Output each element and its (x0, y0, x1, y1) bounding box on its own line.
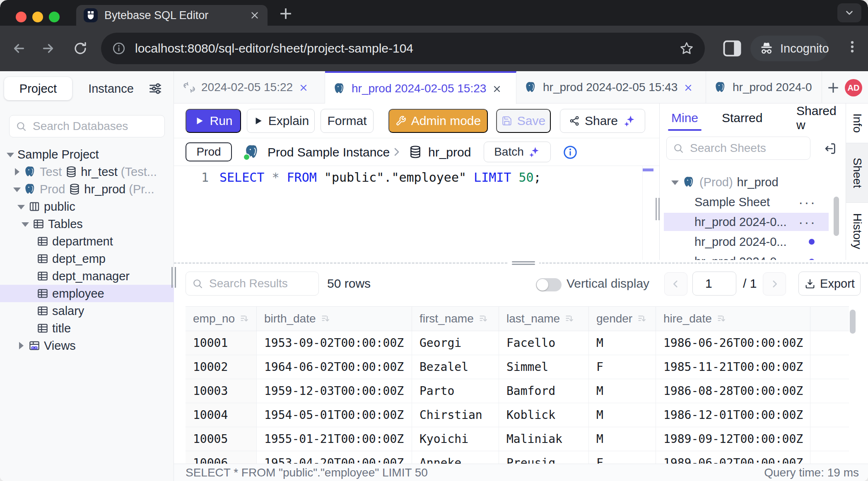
url-bar[interactable]: localhost:8080/sql-editor/sheet/project-… (101, 33, 705, 64)
table-cell[interactable]: Georgi (412, 331, 499, 355)
table-cell[interactable]: Bezalel (412, 355, 499, 379)
tree-item-tables[interactable]: Tables (0, 215, 174, 233)
share-button[interactable]: Share (560, 109, 645, 133)
table-cell[interactable]: 10006 (186, 451, 257, 464)
next-page-button[interactable] (763, 272, 786, 296)
search-sheets-input[interactable] (689, 141, 804, 155)
tree-item-dept-manager[interactable]: dept_manager (0, 267, 174, 285)
column-header-emp-no[interactable]: emp_no (186, 307, 257, 331)
table-cell[interactable]: 1954-05-01T00:00:00Z (257, 403, 412, 427)
admin-mode-button[interactable]: Admin mode (388, 109, 488, 133)
sheet-item-hr-prod-2024-0[interactable]: hr_prod 2024-0... (664, 233, 829, 251)
tab-project[interactable]: Project (4, 77, 72, 100)
table-cell[interactable] (810, 355, 849, 379)
table-cell[interactable]: Koblick (499, 403, 589, 427)
run-button[interactable]: Run (186, 109, 241, 133)
database-search[interactable] (9, 115, 165, 137)
browser-menu-icon[interactable] (845, 39, 860, 58)
rail-tab-history[interactable]: History (846, 203, 868, 260)
table-row[interactable]: 100051955-01-21T00:00:00ZKyoichiMaliniak… (186, 427, 849, 451)
tab-search-chevron-icon[interactable] (837, 3, 861, 22)
column-header-birth-date[interactable]: birth_date (257, 307, 412, 331)
sort-icon[interactable] (239, 313, 250, 324)
rail-tab-info[interactable]: Info (846, 103, 868, 143)
tab-mine[interactable]: Mine (671, 107, 698, 129)
explain-button[interactable]: Explain (247, 109, 315, 133)
table-cell[interactable] (810, 331, 849, 355)
table-cell[interactable]: Chirstian (412, 403, 499, 427)
table-cell[interactable]: 1953-09-02T00:00:00Z (257, 331, 412, 355)
table-row[interactable]: 100011953-09-02T00:00:00ZGeorgiFacelloM1… (186, 331, 849, 355)
table-cell[interactable]: F (589, 355, 656, 379)
close-tab-icon[interactable] (492, 84, 502, 94)
sort-icon[interactable] (478, 313, 489, 324)
editor-tab-hr-prod-2024-02-05-15-23[interactable]: hr_prod 2024-02-05 15:23 (325, 71, 516, 104)
editor-tab-hr-prod-2024-0[interactable]: hr_prod 2024-0 (706, 71, 822, 103)
sort-icon[interactable] (320, 313, 331, 324)
table-cell[interactable]: Anneke (412, 451, 499, 464)
table-row[interactable]: 100061953-04-20T00:00:00ZAnnekePreusigF1… (186, 451, 849, 464)
zoom-window-button[interactable] (49, 12, 60, 22)
tab-shared-with-me[interactable]: Shared w (796, 107, 846, 129)
sort-icon[interactable] (716, 313, 727, 324)
panel-resize-handle[interactable] (656, 198, 661, 220)
table-cell[interactable]: 1989-09-12T00:00:00Z (656, 427, 810, 451)
new-tab-button[interactable] (277, 5, 295, 23)
column-header-first-name[interactable]: first_name (412, 307, 499, 331)
export-button[interactable]: Export (798, 272, 861, 296)
table-cell[interactable]: M (589, 427, 656, 451)
table-cell[interactable]: 1959-12-03T00:00:00Z (257, 379, 412, 403)
drag-handle-icon[interactable] (508, 260, 539, 266)
table-cell[interactable]: 1985-11-21T00:00:00Z (656, 355, 810, 379)
table-cell[interactable]: Preusig (499, 451, 589, 464)
vertical-display-toggle[interactable] (536, 278, 562, 291)
rail-tab-sheet[interactable]: Sheet (846, 143, 868, 203)
instance-name[interactable]: Prod Sample Instance (268, 138, 390, 166)
search-databases-input[interactable] (32, 119, 159, 133)
sheet-search[interactable] (666, 137, 810, 160)
browser-tab[interactable]: Bytebase SQL Editor (76, 5, 268, 26)
table-cell[interactable]: M (589, 331, 656, 355)
tab-instance[interactable]: Instance (81, 77, 141, 100)
tree-item-sample-project[interactable]: Sample Project (0, 146, 174, 163)
page-number-input[interactable] (692, 272, 736, 296)
sheet-item-sample-sheet[interactable]: Sample Sheet··· (664, 193, 829, 211)
table-cell[interactable] (810, 427, 849, 451)
tree-item-hr-test[interactable]: Testhr_test(Test... (0, 163, 174, 180)
tree-item-title[interactable]: title (0, 320, 174, 337)
tree-item-public[interactable]: public (0, 198, 174, 215)
table-cell[interactable]: 10001 (186, 331, 257, 355)
column-header-last-name[interactable]: last_name (499, 307, 589, 331)
tree-item-hr-prod[interactable]: Prodhr_prod(Pr... (0, 180, 174, 198)
close-tab-icon[interactable] (683, 82, 693, 92)
table-cell[interactable] (810, 451, 849, 464)
table-cell[interactable]: 1986-12-01T00:00:00Z (656, 403, 810, 427)
editor-tab-hr-prod-2024-02-05-15-43[interactable]: hr_prod 2024-02-05 15:43 (516, 71, 706, 103)
table-cell[interactable]: F (589, 451, 656, 464)
table-cell[interactable] (810, 403, 849, 427)
sidebar-resize-handle[interactable] (171, 267, 177, 288)
back-icon[interactable] (12, 41, 27, 56)
bookmark-star-icon[interactable] (679, 41, 694, 56)
avatar[interactable]: AD (845, 79, 862, 96)
table-cell[interactable]: 1955-01-21T00:00:00Z (257, 427, 412, 451)
column-header-gender[interactable]: gender (589, 307, 656, 331)
info-icon[interactable] (562, 144, 578, 160)
editor-scrollbar[interactable] (642, 166, 653, 260)
more-menu-icon[interactable]: ··· (798, 200, 816, 204)
batch-button[interactable]: Batch (484, 142, 551, 162)
url-text[interactable]: localhost:8080/sql-editor/sheet/project-… (135, 41, 679, 55)
table-cell[interactable] (810, 379, 849, 403)
tree-item-salary[interactable]: salary (0, 302, 174, 320)
table-cell[interactable]: M (589, 403, 656, 427)
table-cell[interactable]: Maliniak (499, 427, 589, 451)
table-cell[interactable]: 1989-06-02T00:00:00Z (656, 451, 810, 464)
collapse-panel-icon[interactable] (823, 142, 837, 156)
table-cell[interactable]: M (589, 379, 656, 403)
sort-icon[interactable] (564, 313, 575, 324)
results-resize-divider[interactable] (174, 260, 868, 266)
column-header-hire-date[interactable]: hire_date (656, 307, 810, 331)
sheet-group[interactable]: (Prod)hr_prod (664, 173, 829, 191)
tab-starred[interactable]: Starred (722, 107, 762, 129)
sql-editor[interactable]: 1 SELECT * FROM "public"."employee" LIMI… (174, 166, 659, 260)
